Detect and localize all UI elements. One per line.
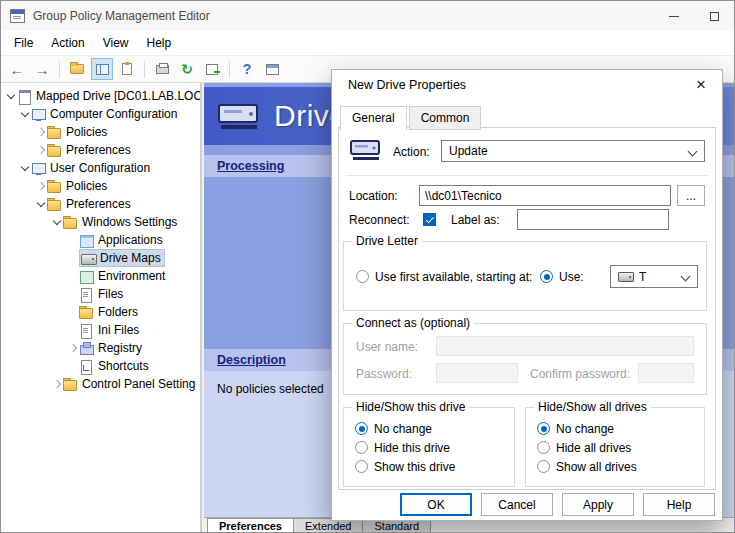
forward-icon: →	[35, 62, 50, 77]
collapse-chevron-icon[interactable]	[35, 180, 47, 192]
show-window-icon	[266, 64, 279, 75]
menu-view[interactable]: View	[94, 31, 138, 55]
tree-item-label: User Configuration	[50, 161, 150, 175]
folders-icon	[79, 306, 94, 319]
menu-help[interactable]: Help	[138, 31, 181, 55]
minimize-button[interactable]	[654, 1, 694, 31]
hide-all-drives-radio[interactable]	[537, 441, 550, 454]
ok-label: OK	[427, 498, 444, 512]
hide-this-drive-label: Hide this drive	[374, 438, 450, 458]
tree-item-preferences-user[interactable]: Preferences	[1, 195, 200, 213]
back-button[interactable]: ←	[6, 58, 28, 80]
expand-chevron-icon[interactable]	[19, 162, 31, 174]
collapse-chevron-icon[interactable]	[35, 144, 47, 156]
browse-button[interactable]: ...	[677, 185, 705, 206]
action-label: Action:	[393, 142, 430, 162]
cancel-button[interactable]: Cancel	[481, 493, 553, 516]
forward-button[interactable]: →	[31, 58, 53, 80]
tree-item-control-panel-settings[interactable]: Control Panel Setting	[1, 375, 200, 393]
chevron-spacer	[67, 306, 79, 318]
help-label: Help	[667, 498, 692, 512]
chevron-spacer	[67, 360, 79, 372]
tree-item-computer-configuration[interactable]: Computer Configuration	[1, 105, 200, 123]
use-radio[interactable]	[540, 270, 553, 283]
tree-item-label: Environment	[98, 269, 165, 283]
tree-item-label: Policies	[66, 125, 107, 139]
tree-item-mapped-drive[interactable]: Mapped Drive [DC01.LAB.LOCA	[1, 87, 200, 105]
ini-files-icon	[79, 324, 94, 337]
tree-item-label: Applications	[98, 233, 163, 247]
collapse-chevron-icon[interactable]	[35, 126, 47, 138]
processing-link[interactable]: Processing	[217, 159, 284, 173]
maximize-button[interactable]	[694, 1, 734, 31]
drive-banner-icon	[216, 99, 262, 133]
tree-item-label: Ini Files	[98, 323, 139, 337]
hide-show-this-drive-group: Hide/Show this drive No change Hide this…	[343, 407, 515, 487]
apply-label: Apply	[583, 498, 613, 512]
expand-chevron-icon[interactable]	[5, 90, 17, 102]
help-button-dialog[interactable]: Help	[643, 493, 715, 516]
tab-preferences[interactable]: Preferences	[207, 518, 294, 532]
paste-button[interactable]	[116, 58, 138, 80]
tree-item-shortcuts[interactable]: Shortcuts	[1, 357, 200, 375]
tree-item-registry[interactable]: Registry	[1, 339, 200, 357]
reconnect-checkbox[interactable]	[423, 213, 436, 226]
location-input[interactable]	[419, 185, 671, 206]
tab-general[interactable]: General	[340, 106, 407, 131]
menu-file[interactable]: File	[5, 31, 42, 55]
tree-item-environment[interactable]: Environment	[1, 267, 200, 285]
tree-item-policies[interactable]: Policies	[1, 123, 200, 141]
print-button[interactable]	[151, 58, 173, 80]
hide-this-drive-radio[interactable]	[355, 441, 368, 454]
minimize-icon	[669, 16, 679, 17]
tree-item-folders[interactable]: Folders	[1, 303, 200, 321]
export-list-button[interactable]	[201, 58, 223, 80]
expand-chevron-icon[interactable]	[19, 108, 31, 120]
expand-chevron-icon[interactable]	[35, 198, 47, 210]
files-icon	[79, 288, 94, 301]
show-window-button[interactable]	[261, 58, 283, 80]
label-as-input[interactable]	[517, 209, 669, 230]
up-level-button[interactable]	[66, 58, 88, 80]
show-console-tree-button[interactable]	[91, 58, 113, 80]
user-name-input	[436, 336, 694, 356]
all-no-change-radio[interactable]	[537, 422, 550, 435]
apply-button[interactable]: Apply	[562, 493, 634, 516]
tree-item-user-configuration[interactable]: User Configuration	[1, 159, 200, 177]
gpo-icon	[17, 90, 32, 103]
this-no-change-radio[interactable]	[355, 422, 368, 435]
show-this-drive-radio[interactable]	[355, 460, 368, 473]
tree-item-drive-maps[interactable]: Drive Maps	[1, 249, 200, 267]
expand-chevron-icon[interactable]	[51, 216, 63, 228]
tree-item-windows-settings[interactable]: Windows Settings	[1, 213, 200, 231]
action-select[interactable]: Update	[441, 140, 705, 162]
collapse-chevron-icon[interactable]	[67, 342, 79, 354]
use-first-available-radio[interactable]	[356, 270, 369, 283]
tree-item-applications[interactable]: Applications	[1, 231, 200, 249]
help-button[interactable]: ?	[236, 58, 258, 80]
description-link[interactable]: Description	[217, 353, 286, 367]
ok-button[interactable]: OK	[400, 493, 472, 516]
hide-all-drives-label: Hide all drives	[556, 438, 631, 458]
tree-item-label: Shortcuts	[98, 359, 149, 373]
dialog-close-button[interactable]: ×	[680, 70, 722, 100]
tree-item-label: Files	[98, 287, 123, 301]
refresh-button[interactable]: ↻	[176, 58, 198, 80]
use-label: Use:	[559, 267, 584, 287]
tree-item-label: Policies	[66, 179, 107, 193]
show-all-drives-radio[interactable]	[537, 460, 550, 473]
tree-item-files[interactable]: Files	[1, 285, 200, 303]
tree-item-ini-files[interactable]: Ini Files	[1, 321, 200, 339]
tree-item-label: Preferences	[66, 197, 131, 211]
status-text: No policies selected	[217, 382, 324, 396]
tree-item-policies-user[interactable]: Policies	[1, 177, 200, 195]
tree-item-preferences[interactable]: Preferences	[1, 141, 200, 159]
drive-letter-group: Drive Letter Use first available, starti…	[343, 241, 707, 311]
drive-letter-select[interactable]: T	[610, 265, 698, 288]
menu-action[interactable]: Action	[42, 31, 93, 55]
collapse-chevron-icon[interactable]	[51, 378, 63, 390]
folder-icon	[47, 126, 62, 139]
back-icon: ←	[10, 62, 25, 77]
window-title: Group Policy Management Editor	[33, 9, 210, 23]
tab-common[interactable]: Common	[409, 106, 482, 130]
